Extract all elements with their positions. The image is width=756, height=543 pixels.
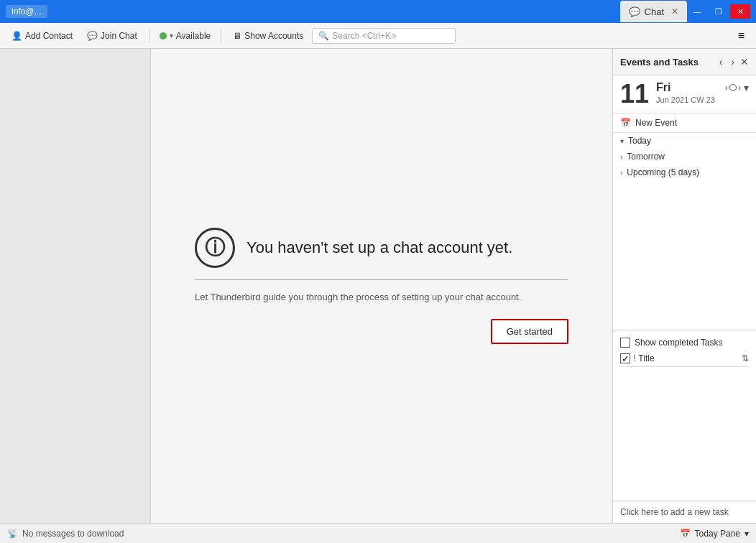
status-label: Available xyxy=(176,31,211,41)
search-box[interactable]: 🔍 Search <Ctrl+K> xyxy=(312,28,456,44)
add-contact-icon: 👤 xyxy=(11,31,22,41)
cal-prev-button[interactable]: ‹ xyxy=(725,83,728,93)
close-button[interactable]: ✕ xyxy=(730,4,750,19)
tomorrow-chevron-icon: › xyxy=(620,153,622,161)
events-list: ▾ Today › Tomorrow › Upcoming (5 days) xyxy=(613,133,756,330)
toolbar: 👤 Add Contact 💬 Join Chat ▾ Available 🖥 … xyxy=(0,23,756,49)
calendar-section: 11 Fri ‹ › ▾ Jun 2021 CW 23 xyxy=(613,75,756,113)
chat-tab-icon: 💬 xyxy=(629,6,640,17)
chat-title: You haven't set up a chat account yet. xyxy=(246,238,512,257)
task-title-column: Title xyxy=(638,353,739,363)
cal-nav: ‹ › xyxy=(725,83,741,93)
add-task-label: Click here to add a new task xyxy=(620,507,729,517)
tab-close-button[interactable]: ✕ xyxy=(671,6,678,17)
join-chat-label: Join Chat xyxy=(101,31,137,41)
panel-header: Events and Tasks ‹ › ✕ xyxy=(613,49,756,75)
today-pane-icon: 📅 xyxy=(680,529,691,539)
status-message: No messages to download xyxy=(22,529,124,539)
tasks-content xyxy=(620,367,749,496)
today-pane-arrow: ▾ xyxy=(745,529,749,539)
today-pane-button[interactable]: 📅 Today Pane ▾ xyxy=(680,529,749,539)
restore-button[interactable]: ❐ xyxy=(709,4,729,19)
get-started-button[interactable]: Get started xyxy=(491,319,568,344)
statusbar: 📡 No messages to download 📅 Today Pane ▾ xyxy=(0,523,756,543)
upcoming-chevron-icon: › xyxy=(620,169,622,177)
chat-header-row: ⓘ You haven't set up a chat account yet. xyxy=(195,228,512,268)
task-priority-icon: ! xyxy=(633,353,635,363)
event-section-upcoming[interactable]: › Upcoming (5 days) xyxy=(613,164,756,180)
main-layout: ⓘ You haven't set up a chat account yet.… xyxy=(0,49,756,523)
tab-bar: 💬 Chat ✕ xyxy=(620,1,687,22)
task-sort-button[interactable]: ⇅ xyxy=(742,353,749,363)
toolbar-separator2 xyxy=(221,29,221,43)
cal-day-name-row: Fri ‹ › ▾ xyxy=(656,81,749,94)
cal-day-number: 11 xyxy=(620,81,649,107)
today-pane-label: Today Pane xyxy=(695,529,740,539)
account-label: info@... xyxy=(6,5,47,18)
cal-meta: Jun 2021 CW 23 xyxy=(656,96,749,104)
event-section-tomorrow[interactable]: › Tomorrow xyxy=(613,149,756,164)
panel-nav: ‹ › ✕ xyxy=(716,55,749,69)
today-label: Today xyxy=(628,136,651,146)
panel-title: Events and Tasks xyxy=(620,57,699,68)
panel-close-button[interactable]: ✕ xyxy=(740,56,749,68)
show-completed-label: Show completed Tasks xyxy=(635,338,723,348)
show-accounts-icon: 🖥 xyxy=(233,31,241,41)
show-accounts-button[interactable]: 🖥 Show Accounts xyxy=(227,28,309,44)
join-chat-button[interactable]: 💬 Join Chat xyxy=(81,28,143,44)
cal-day-name: Fri xyxy=(656,81,670,94)
task-header-checkbox[interactable]: ✓ xyxy=(620,353,630,363)
titlebar-left: info@... xyxy=(6,5,620,18)
show-accounts-label: Show Accounts xyxy=(244,31,303,41)
today-chevron-icon: ▾ xyxy=(620,137,624,145)
info-icon: ⓘ xyxy=(195,228,235,268)
tasks-section: Show completed Tasks ✓ ! Title ⇅ xyxy=(613,330,756,501)
cal-date-row: 11 Fri ‹ › ▾ Jun 2021 CW 23 xyxy=(620,81,749,107)
status-icon: 📡 xyxy=(7,529,18,539)
show-completed-row: Show completed Tasks xyxy=(620,335,749,351)
chat-message-box: ⓘ You haven't set up a chat account yet.… xyxy=(195,228,568,344)
chat-description: Let Thunderbird guide you through the pr… xyxy=(195,290,521,305)
cal-today-button[interactable] xyxy=(729,84,737,91)
minimize-button[interactable]: — xyxy=(687,4,707,19)
new-event-button[interactable]: 📅 New Event xyxy=(613,113,756,133)
window-controls: — ❐ ✕ xyxy=(687,4,750,19)
statusbar-left: 📡 No messages to download xyxy=(7,529,124,539)
new-event-label: New Event xyxy=(635,118,677,128)
chat-tab-label: Chat xyxy=(645,6,664,17)
status-dropdown-arrow: ▾ xyxy=(170,32,173,40)
tasks-header: ✓ ! Title ⇅ xyxy=(620,351,749,367)
status-button[interactable]: ▾ Available xyxy=(155,28,215,44)
chat-tab[interactable]: 💬 Chat ✕ xyxy=(620,1,687,22)
right-panel: Events and Tasks ‹ › ✕ 11 Fri ‹ › xyxy=(612,49,756,523)
toolbar-separator xyxy=(149,29,149,43)
status-dot xyxy=(160,32,167,40)
search-icon: 🔍 xyxy=(318,31,329,41)
cal-day-info: Fri ‹ › ▾ Jun 2021 CW 23 xyxy=(656,81,749,104)
cal-dropdown-button[interactable]: ▾ xyxy=(744,82,749,93)
panel-prev-button[interactable]: ‹ xyxy=(716,55,726,69)
chat-divider xyxy=(195,279,568,280)
upcoming-label: Upcoming (5 days) xyxy=(627,167,699,177)
chat-area: ⓘ You haven't set up a chat account yet.… xyxy=(151,49,612,523)
cal-next-button[interactable]: › xyxy=(738,83,741,93)
panel-next-button[interactable]: › xyxy=(728,55,737,69)
add-task-bar[interactable]: Click here to add a new task xyxy=(613,501,756,523)
titlebar: info@... 💬 Chat ✕ — ❐ ✕ xyxy=(0,0,756,23)
event-section-today[interactable]: ▾ Today xyxy=(613,133,756,149)
add-contact-label: Add Contact xyxy=(25,31,73,41)
join-chat-icon: 💬 xyxy=(87,31,98,41)
menu-button[interactable]: ≡ xyxy=(732,27,750,45)
show-completed-checkbox[interactable] xyxy=(620,338,630,348)
add-contact-button[interactable]: 👤 Add Contact xyxy=(6,28,78,44)
search-placeholder: Search <Ctrl+K> xyxy=(332,31,396,41)
tomorrow-label: Tomorrow xyxy=(627,152,665,162)
left-sidebar xyxy=(0,49,151,523)
new-event-icon: 📅 xyxy=(620,118,631,128)
